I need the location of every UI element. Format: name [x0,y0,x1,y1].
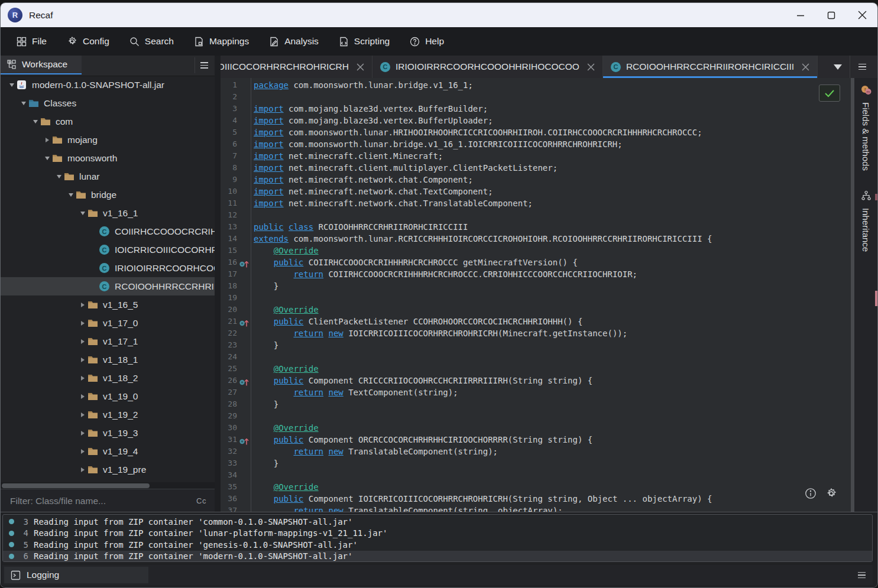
chevron-right-icon[interactable] [42,138,52,142]
code-line[interactable]: import com.mojang.blaze3d.vertex.BufferU… [254,116,851,128]
chevron-right-icon[interactable] [77,303,88,307]
code-line[interactable]: return new IOICRRICOIIICOCORHRRCHROHRICR… [254,329,851,340]
chevron-down-icon[interactable] [77,212,88,215]
tree-item[interactable]: lunar [1,167,215,186]
tab-logging[interactable]: Logging [4,567,148,583]
chevron-right-icon[interactable] [77,358,88,362]
code-line[interactable]: @Override [254,364,851,376]
chevron-right-icon[interactable] [77,376,88,381]
log-list[interactable]: 3Reading input from ZIP container 'commo… [2,514,873,562]
maximize-button[interactable] [816,3,847,27]
tree-item[interactable]: CIRIOIOIRRRCOORHCOOOHHRIHOCOCOO [1,259,215,277]
menu-item-analysis[interactable]: Analysis [259,31,329,51]
tabbar-menu-button[interactable] [850,56,874,78]
tree-item[interactable]: v1_18_1 [1,350,215,369]
code-line[interactable]: import net.minecraft.client.Minecraft; [254,151,851,163]
minimize-button[interactable] [785,3,816,27]
chevron-right-icon[interactable] [77,412,88,417]
code-line[interactable]: } [254,340,851,352]
log-line[interactable]: 3Reading input from ZIP container 'commo… [3,516,872,528]
editor-config-button[interactable] [825,488,837,502]
code-line[interactable] [254,92,851,104]
tree-item[interactable]: modern-0.1.0-SNAPSHOT-all.jar [1,76,215,94]
chevron-right-icon[interactable] [77,431,88,436]
code-line[interactable]: return new TextComponent(string); [254,388,851,399]
tree-item[interactable]: bridge [1,186,215,204]
code-line[interactable]: public COIIRHCCOOOCRCRIHHHRHCRCHROCCC ge… [254,258,851,269]
workspace-menu-button[interactable] [195,57,213,73]
code-line[interactable]: } [254,281,851,293]
scrollbar-thumb[interactable] [2,483,150,488]
tree-item[interactable]: v1_18_2 [1,369,215,387]
code-line[interactable]: @Override [254,305,851,317]
tree-item[interactable]: v1_19_0 [1,387,215,405]
code-line[interactable]: import net.minecraft.client.multiplayer.… [254,163,851,175]
code-line[interactable]: extends com.moonsworth.lunar.RCRICCRHHHI… [254,234,851,246]
match-case-toggle[interactable]: Cc [196,496,206,505]
tree-item[interactable]: Classes [1,94,215,112]
code-line[interactable] [254,210,851,222]
tree-item[interactable]: CIOICRRICOIIICOCORHRRCHROHRICRH [1,241,215,259]
chevron-down-icon[interactable] [7,83,17,87]
chevron-down-icon[interactable] [66,193,76,197]
chevron-down-icon[interactable] [54,175,64,178]
code-line[interactable]: } [254,459,851,470]
code-line[interactable]: } [254,399,851,411]
code-line[interactable] [254,411,851,423]
decompile-ok-button[interactable] [819,85,840,102]
log-line[interactable]: 4Reading input from ZIP container 'lunar… [3,528,872,540]
tree-item[interactable]: CRCOIOOHHRRCCRHRIIRORHCIRICCIII [1,277,215,295]
menu-item-help[interactable]: Help [400,31,454,51]
code-line[interactable]: public Component IOICRRICOIIICOCORHRRCHR… [254,494,851,506]
tool-button-fields-methods[interactable]: fmFields & methods [860,85,872,171]
chevron-down-icon[interactable] [18,102,28,105]
editor-code-area[interactable]: package com.moonsworth.lunar.bridge.v1_1… [251,78,851,512]
chevron-down-icon[interactable] [42,157,52,160]
tree-item[interactable]: v1_19_4 [1,442,215,460]
editor-tab-0[interactable]: CIOICRRICOIIICOCORHRRCHROHRICRH [221,56,372,78]
tab-close-icon[interactable] [357,63,364,71]
tree-item[interactable]: v1_16_5 [1,295,215,314]
info-button[interactable] [805,488,817,502]
code-line[interactable]: public Component ORCRCCOCORCHRHRHHCIRIOO… [254,435,851,447]
tree-item[interactable]: moonsworth [1,149,215,167]
code-line[interactable]: public Component CRICCCRIIOCOOHRCCHCRIIR… [254,376,851,388]
chevron-right-icon[interactable] [77,467,88,472]
code-line[interactable]: package com.moonsworth.lunar.bridge.v1_1… [254,80,851,92]
chevron-down-icon[interactable] [30,120,40,124]
filter-input[interactable] [9,495,196,507]
tree-item[interactable]: v1_17_0 [1,314,215,332]
menu-item-file[interactable]: File [7,31,57,51]
code-line[interactable]: @Override [254,482,851,494]
log-line[interactable]: 5Reading input from ZIP container 'genes… [3,539,872,551]
code-line[interactable]: import com.moonsworth.lunar.HRIHOOIRHOOH… [254,128,851,139]
close-button[interactable] [847,3,877,27]
tab-close-icon[interactable] [802,63,809,71]
chevron-right-icon[interactable] [77,394,88,399]
menu-item-config[interactable]: Config [57,31,119,51]
code-line[interactable]: public ClientPacketListener CCOHROHOORCC… [254,317,851,329]
code-line[interactable] [254,352,851,364]
menu-item-scripting[interactable]: Scripting [329,31,400,51]
logging-menu-button[interactable] [858,574,866,576]
code-line[interactable]: import net.minecraft.network.chat.Transl… [254,199,851,210]
code-line[interactable]: @Override [254,423,851,435]
chevron-right-icon[interactable] [77,339,88,344]
tree-item[interactable]: v1_19_pre [1,460,215,479]
code-editor[interactable]: 1234567891011121314151617181920212223242… [221,78,851,512]
log-line[interactable]: 6Reading input from ZIP container 'moder… [3,551,872,563]
code-line[interactable]: public class RCOIOOHHRRCCRHRIIRORHCIRICC… [254,222,851,234]
code-line[interactable]: return COIIRHCCOOOCRCRIHHHRHCRCHROCCC.CR… [254,269,851,281]
tree-item[interactable]: v1_16_1 [1,204,215,222]
chevron-right-icon[interactable] [77,449,88,454]
code-line[interactable]: import com.mojang.blaze3d.vertex.BufferB… [254,104,851,116]
tree-item[interactable]: v1_17_1 [1,332,215,350]
code-line[interactable]: return new TranslatableComponent(string)… [254,447,851,459]
code-line[interactable]: import net.minecraft.network.chat.Compon… [254,175,851,187]
tab-list-dropdown-button[interactable] [826,56,850,78]
tab-close-icon[interactable] [587,63,595,71]
tab-workspace[interactable]: Workspace [1,56,82,74]
editor-tab-2[interactable]: CRCOIOOHHRRCCRHRIIRORHCIRICCIII [603,56,818,78]
tree-item[interactable]: mojang [1,131,215,149]
tree-item[interactable]: v1_19_3 [1,424,215,442]
